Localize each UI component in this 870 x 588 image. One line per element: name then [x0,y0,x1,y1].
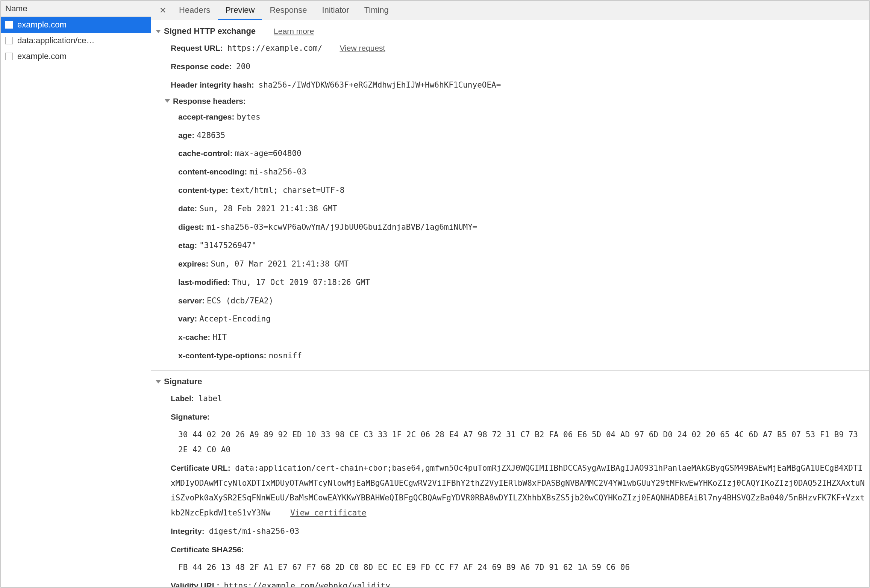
header-value: nosniff [268,351,302,360]
request-label: example.com [17,52,67,61]
network-sidebar: Name example.com data:application/ce… ex… [1,1,151,587]
detail-pane: ✕ Headers Preview Response Initiator Tim… [151,1,869,587]
view-request-link[interactable]: View request [340,44,385,52]
subsection-title: Response headers: [173,97,246,106]
field-value: digest/mi-sha256-03 [209,527,299,536]
signature-hex: 30 44 02 20 26 A9 89 92 ED 10 33 98 CE C… [151,426,869,459]
devtools-window: Name example.com data:application/ce… ex… [0,0,870,588]
section-title: Signature [164,377,202,386]
header-value: Thu, 17 Oct 2019 07:18:26 GMT [232,278,370,287]
header-key: expires: [178,259,209,268]
field-integrity: Integrity: digest/mi-sha256-03 [151,522,869,541]
field-key: Response code: [171,62,232,71]
tab-response[interactable]: Response [262,1,314,20]
header-key: content-type: [178,186,228,194]
field-signature: Signature: [151,408,869,426]
field-value: https://example.com/webpkg/validity [224,581,390,587]
header-value: mi-sha256-03 [249,167,306,176]
response-header-row: x-cache:HIT [151,328,869,347]
file-icon [5,53,13,60]
header-key: vary: [178,314,197,323]
field-request-url: Request URL: https://example.com/ View r… [151,39,869,58]
learn-more-link[interactable]: Learn more [274,27,314,36]
header-key: server: [178,296,205,305]
field-key: Certificate SHA256: [171,545,244,554]
view-certificate-link[interactable]: View certificate [290,508,366,517]
tab-headers[interactable]: Headers [171,1,218,20]
disclosure-triangle-icon [165,99,170,103]
field-key: Certificate URL: [171,464,230,472]
close-icon[interactable]: ✕ [154,2,171,19]
field-certificate-url: Certificate URL: data:application/cert-c… [151,459,869,523]
header-value: mi-sha256-03=kcwVP6aOwYmA/j9JbUU0GbuiZdn… [206,223,477,232]
network-request-item[interactable]: example.com [1,17,151,33]
request-label: data:application/ce… [17,36,94,45]
field-certificate-sha256: Certificate SHA256: [151,541,869,559]
response-header-row: x-content-type-options:nosniff [151,347,869,365]
response-header-row: age:428635 [151,126,869,145]
section-title: Signed HTTP exchange [164,26,256,36]
file-icon [5,37,13,44]
certificate-sha256-hex: FB 44 26 13 48 2F A1 E7 67 F7 68 2D C0 8… [151,559,869,577]
header-value: HIT [212,333,227,342]
network-request-list: example.com data:application/ce… example… [1,17,151,587]
field-response-code: Response code: 200 [151,58,869,76]
header-value: bytes [236,112,260,121]
network-request-item[interactable]: data:application/ce… [1,33,151,48]
section-header[interactable]: Signed HTTP exchange Learn more [151,23,869,39]
tab-initiator[interactable]: Initiator [314,1,356,20]
request-label: example.com [17,20,67,30]
field-value: https://example.com/ [227,44,323,53]
response-header-row: date:Sun, 28 Feb 2021 21:41:38 GMT [151,200,869,218]
disclosure-triangle-icon [156,30,161,33]
file-icon [5,21,13,29]
field-validity-url: Validity URL: https://example.com/webpkg… [151,577,869,587]
disclosure-triangle-icon [156,380,161,383]
header-value: ECS (dcb/7EA2) [207,296,273,305]
field-value: label [199,394,222,403]
field-label: Label: label [151,389,869,408]
subsection-response-headers[interactable]: Response headers: [151,94,869,108]
sidebar-column-header[interactable]: Name [1,1,151,17]
header-key: last-modified: [178,278,230,286]
field-value: 200 [236,62,250,71]
header-key: x-cache: [178,333,210,341]
network-request-item[interactable]: example.com [1,48,151,64]
field-key: Header integrity hash: [171,80,254,89]
header-value: "3147526947" [199,241,256,250]
header-value: text/html; charset=UTF-8 [230,186,344,195]
field-key: Signature: [171,412,210,421]
header-key: digest: [178,223,204,231]
header-key: etag: [178,241,197,250]
tab-preview[interactable]: Preview [218,1,262,20]
field-key: Label: [171,394,194,403]
section-signature: Signature Label: label Signature: 30 44 … [151,371,869,587]
field-value: data:application/cert-chain+cbor;base64,… [171,464,865,518]
preview-content[interactable]: Signed HTTP exchange Learn more Request … [151,20,869,587]
response-header-row: expires:Sun, 07 Mar 2021 21:41:38 GMT [151,255,869,273]
field-key: Request URL: [171,44,223,52]
section-header[interactable]: Signature [151,374,869,389]
header-key: x-content-type-options: [178,351,266,360]
response-header-row: content-encoding:mi-sha256-03 [151,163,869,181]
tab-timing[interactable]: Timing [357,1,396,20]
detail-tabbar: ✕ Headers Preview Response Initiator Tim… [151,1,869,20]
field-header-integrity-hash: Header integrity hash: sha256-/IWdYDKW66… [151,76,869,94]
header-value: Sun, 07 Mar 2021 21:41:38 GMT [211,259,349,268]
field-value: sha256-/IWdYDKW663F+eRGZMdhwjEhIJW+Hw6hK… [259,80,501,89]
response-header-row: cache-control:max-age=604800 [151,144,869,163]
header-key: date: [178,204,197,213]
header-key: age: [178,131,194,139]
response-header-row: accept-ranges:bytes [151,108,869,126]
response-header-row: server:ECS (dcb/7EA2) [151,292,869,310]
header-key: cache-control: [178,149,233,158]
response-header-row: vary:Accept-Encoding [151,310,869,328]
header-key: content-encoding: [178,167,247,176]
header-value: 428635 [197,131,225,140]
header-value: max-age=604800 [235,149,302,158]
field-key: Validity URL: [171,581,220,587]
header-value: Sun, 28 Feb 2021 21:41:38 GMT [199,204,337,213]
response-header-row: last-modified:Thu, 17 Oct 2019 07:18:26 … [151,273,869,292]
field-key: Integrity: [171,527,205,535]
response-header-row: digest:mi-sha256-03=kcwVP6aOwYmA/j9JbUU0… [151,218,869,236]
